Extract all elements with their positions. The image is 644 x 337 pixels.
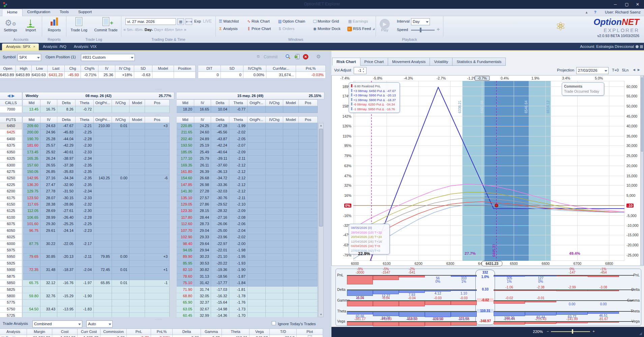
puts-cell[interactable] [129,162,145,169]
tab-price-chart[interactable]: Price Chart [360,58,388,66]
greeks-bar[interactable] [373,290,399,294]
puts-cell[interactable] [57,313,76,317]
greeks-bar[interactable] [588,276,619,277]
puts-cell[interactable] [266,169,283,175]
puts-cell[interactable]: -42.24 [211,143,229,149]
chain-col-header[interactable]: Theta [229,116,247,123]
puts-cell[interactable]: 26.68 [194,175,211,182]
puts-cell[interactable]: -39.11 [211,156,229,162]
puts-cell[interactable] [145,208,170,214]
puts-cell[interactable] [94,215,112,221]
monitor-dock-button[interactable]: ◉Monitor Dock [312,26,341,32]
puts-cell[interactable]: 79.65 [23,254,40,260]
puts-cell[interactable] [23,261,40,267]
puts-cell[interactable] [94,162,112,169]
puts-cell[interactable] [299,241,318,247]
puts-cell[interactable] [283,188,299,195]
puts-cell[interactable]: -2.23 [76,228,94,234]
chain-col-header[interactable]: Delta [211,116,229,123]
puts-cell[interactable]: 185.05 [177,149,194,156]
puts-cell[interactable] [76,234,94,241]
chain-col-header[interactable]: OrigPr... [247,116,266,123]
puts-cell[interactable] [299,156,318,162]
puts-cell[interactable]: 29.33 [194,234,211,241]
greeks-bar[interactable] [494,290,525,291]
puts-cell[interactable]: 209.60 [23,123,40,129]
import-button[interactable]: ⭳ Import [21,17,40,32]
help-icon[interactable]: ? [594,10,596,14]
puts-cell[interactable] [145,182,170,188]
step-45m-fwd[interactable]: 45m+ [164,28,175,32]
puts-cell[interactable]: -16.32 [211,293,229,300]
puts-cell[interactable] [283,175,299,182]
puts-cell[interactable] [266,293,283,300]
puts-cell[interactable] [40,261,57,267]
puts-cell[interactable]: -14.36 [211,313,229,317]
puts-cell[interactable]: -2.33 [76,149,94,156]
scrollbar-thumb[interactable] [319,129,323,226]
puts-cell[interactable] [299,162,318,169]
puts-cell[interactable]: 28.73 [194,221,211,227]
puts-cell[interactable]: -2.12 [229,169,247,175]
strike-cell[interactable]: 6450 [0,123,22,129]
commit-trade-button[interactable]: ＋ Commit Trade [92,17,120,32]
puts-cell[interactable]: 65.75 [23,280,40,286]
puts-cell[interactable] [283,261,299,267]
puts-cell[interactable] [145,313,170,317]
interval-select[interactable]: Day [411,18,430,25]
puts-cell[interactable]: -31.50 [57,188,76,195]
puts-cell[interactable] [266,215,283,221]
puts-cell[interactable]: 26.24 [40,156,57,162]
puts-cell[interactable] [129,247,145,254]
puts-cell[interactable] [247,195,266,202]
puts-cell[interactable]: 54.50 [23,306,40,313]
strike-cell[interactable]: 6225 [0,182,22,188]
puts-cell[interactable]: -1.93 [229,261,247,267]
strike-cell[interactable]: 5800 [0,293,22,300]
plot-checkbox[interactable]: ✓ [308,335,312,337]
close-tab-icon[interactable]: × [33,44,35,49]
puts-cell[interactable]: -2.02 [229,129,247,136]
monitor-grid-button[interactable]: 🖵Monitor Grid [312,18,339,24]
puts-cell[interactable] [283,254,299,260]
puts-cell[interactable]: 193.50 [177,143,194,149]
puts-cell[interactable]: 129.75 [23,188,40,195]
puts-cell[interactable] [129,241,145,247]
puts-cell[interactable]: 30.82 [194,267,211,273]
puts-cell[interactable] [145,195,170,202]
zoom-slider-handle[interactable] [572,329,573,334]
chain-col-header[interactable]: Mid [177,116,194,123]
strike-cell[interactable]: 6100 [0,215,22,221]
puts-cell[interactable] [112,169,129,175]
puts-cell[interactable]: 117.80 [177,215,194,221]
puts-cell[interactable]: +3 [145,254,170,260]
puts-cell[interactable]: 89.90 [177,254,194,260]
puts-cell[interactable] [266,254,283,260]
panel-scrollbar[interactable] [640,76,644,265]
strike-cell[interactable]: 6075 [0,221,22,227]
puts-cell[interactable]: -28.86 [57,202,76,208]
puts-cell[interactable] [145,261,170,267]
puts-cell[interactable]: -25.00 [211,228,229,234]
puts-cell[interactable]: -2.28 [76,215,94,221]
puts-cell[interactable] [283,247,299,254]
puts-cell[interactable] [112,300,129,306]
puts-cell[interactable] [145,149,170,156]
greeks-bar[interactable] [425,312,451,317]
puts-cell[interactable] [145,162,170,169]
puts-cell[interactable] [145,143,170,149]
expiry-nav[interactable]: ◀ ▶ [0,92,22,99]
strike-cell[interactable]: 6200 [0,188,22,195]
puts-cell[interactable] [299,195,318,202]
greeks-bar[interactable] [556,322,588,323]
calls-cell[interactable] [145,106,170,113]
greeks-bar[interactable] [373,322,399,326]
puts-cell[interactable] [94,136,112,143]
puts-cell[interactable] [57,234,76,241]
puts-cell[interactable]: 27.28 [194,188,211,195]
puts-cell[interactable] [129,300,145,306]
puts-cell[interactable]: 75.10 [177,280,194,286]
puts-cell[interactable] [283,202,299,208]
puts-cell[interactable] [112,149,129,156]
calls-cell[interactable]: 16.75 [40,106,57,113]
